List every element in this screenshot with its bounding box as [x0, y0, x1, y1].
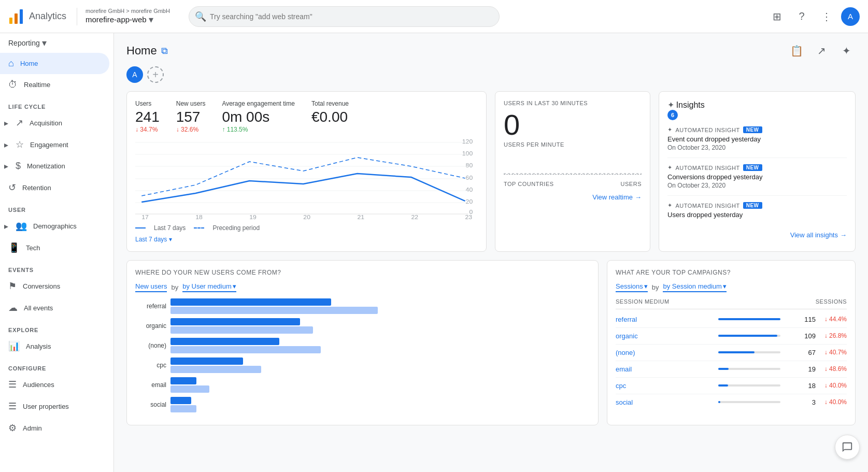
secondary-bar	[170, 326, 313, 334]
sidebar-item-retention[interactable]: ↺ Retention	[0, 177, 109, 198]
user-medium-selector[interactable]: by User medium ▾	[182, 282, 236, 292]
sessions-value: 115	[785, 316, 816, 323]
svg-text:22: 22	[411, 214, 418, 220]
table-header: SESSION MEDIUM SESSIONS	[616, 298, 847, 309]
line-chart: 120 100 80 60 40 20 0	[135, 137, 478, 220]
user-properties-icon: ☰	[8, 401, 17, 412]
users-change: ↓ 34.7%	[135, 126, 160, 133]
nav-right: ⊞ ? ⋮ A	[766, 6, 860, 27]
secondary-bar	[170, 346, 321, 353]
sidebar-item-user-properties[interactable]: ☰ User properties	[0, 395, 109, 417]
property-selector[interactable]: morefire GmbH > morefire GmbH morefire-a…	[77, 8, 170, 25]
bar-row: email	[135, 377, 590, 393]
search-input[interactable]	[189, 6, 500, 27]
sidebar-item-all-events[interactable]: ☁ All events	[0, 297, 109, 319]
arrow-right-icon: →	[635, 193, 642, 201]
realtime-header-label: USERS IN LAST 30 MINUTES	[504, 100, 642, 106]
expand-icon: ▸	[4, 140, 8, 150]
avatar-row: A +	[126, 66, 856, 83]
new-users-section-title: WHERE DO YOUR NEW USERS COME FROM?	[135, 269, 590, 276]
chevron-down-icon: ▾	[149, 14, 153, 25]
sidebar-item-audiences[interactable]: ☰ Audiences	[0, 374, 109, 395]
sidebar-item-acquisition[interactable]: ▸ ↗ Acquisition	[0, 112, 109, 134]
events-section-label: EVENTS	[0, 259, 113, 275]
share-button[interactable]: ↗	[812, 41, 831, 60]
sessions-arrow-icon: ▾	[644, 282, 648, 290]
new-badge-0: New	[743, 126, 762, 133]
user-avatar[interactable]: A	[841, 7, 860, 26]
selector-arrow-icon: ▾	[233, 282, 236, 290]
view-realtime-button[interactable]: View realtime →	[504, 193, 642, 201]
selector-sep: by	[171, 283, 178, 291]
session-medium-arrow-icon: ▾	[723, 282, 727, 290]
page-title: Home	[126, 44, 157, 58]
sidebar-item-engagement[interactable]: ▸ ☆ Engagement	[0, 134, 109, 155]
bar-tracks	[170, 397, 590, 412]
search-bar[interactable]: 🔍	[189, 6, 500, 27]
customize-report-button[interactable]: 📋	[787, 41, 806, 60]
date-filter-button[interactable]: Last 7 days ▾	[135, 236, 478, 243]
svg-text:20: 20	[303, 214, 310, 220]
property-name-dropdown[interactable]: morefire-app-web ▾	[86, 14, 170, 25]
realtime-value: 0	[504, 110, 642, 139]
help-icon-button[interactable]: ?	[791, 6, 812, 27]
svg-text:60: 60	[466, 175, 473, 181]
medium-label[interactable]: (none)	[616, 349, 714, 356]
date-filter-arrow-icon: ▾	[169, 236, 172, 243]
more-vert-icon-button[interactable]: ⋮	[816, 6, 837, 27]
realtime-icon: ⏱	[8, 79, 18, 90]
share-feedback-icon[interactable]: ⧉	[161, 46, 168, 56]
expand-icon: ▸	[4, 118, 8, 128]
medium-label[interactable]: cpc	[616, 382, 714, 390]
insights-count-badge: 6	[667, 110, 678, 120]
view-all-insights-button[interactable]: View all insights →	[667, 231, 847, 239]
bar-label: social	[135, 401, 166, 408]
bar-label: email	[135, 381, 166, 389]
insights-title: Insights	[676, 101, 705, 109]
bottom-row: WHERE DO YOUR NEW USERS COME FROM? New u…	[126, 260, 856, 425]
grid-icon-button[interactable]: ⊞	[766, 6, 787, 27]
insight-text-1: Conversions dropped yesterday	[667, 173, 847, 181]
sessions-value: 109	[785, 332, 816, 340]
users-metric: Users 241 ↓ 34.7%	[135, 100, 160, 133]
chat-fab-button[interactable]	[835, 435, 860, 460]
header-actions: 📋 ↗ ✦	[787, 41, 856, 60]
svg-rect-1	[15, 13, 18, 24]
insights-button[interactable]: ✦	[837, 41, 856, 60]
session-bar-wrap	[718, 368, 780, 370]
sidebar-item-conversions[interactable]: ⚑ Conversions	[0, 275, 109, 297]
session-medium-selector[interactable]: by Session medium ▾	[663, 282, 726, 292]
svg-text:21: 21	[357, 214, 364, 220]
primary-bar	[170, 357, 243, 365]
sidebar-item-monetization[interactable]: ▸ $ Monetization	[0, 155, 109, 177]
new-users-selector[interactable]: New users	[135, 282, 167, 292]
sessions-value: 67	[785, 349, 816, 356]
sidebar-item-admin[interactable]: ⚙ Admin	[0, 417, 109, 439]
insight-item-1: ✦ AUTOMATED INSIGHT New Conversions drop…	[667, 158, 847, 196]
sidebar-item-analysis[interactable]: 📊 Analysis	[0, 335, 109, 357]
reporting-button[interactable]: Reporting ▾	[0, 33, 113, 53]
medium-label[interactable]: referral	[616, 316, 714, 323]
sidebar-item-home[interactable]: ⌂ Home	[0, 53, 109, 74]
analysis-icon: 📊	[8, 340, 20, 352]
campaigns-card: WHAT ARE YOUR TOP CAMPAIGNS? Sessions ▾ …	[607, 260, 856, 425]
engagement-label: Average engagement time	[222, 100, 295, 107]
sidebar-item-tech[interactable]: 📱 Tech	[0, 237, 109, 259]
bar-tracks	[170, 357, 590, 373]
sidebar-item-demographics[interactable]: ▸ 👥 Demographics	[0, 215, 109, 237]
user-section-label: USER	[0, 198, 113, 215]
svg-text:17: 17	[141, 214, 149, 220]
campaigns-selector-row: Sessions ▾ by by Session medium ▾	[616, 282, 847, 292]
session-bar-wrap	[718, 335, 780, 337]
medium-label[interactable]: email	[616, 365, 714, 373]
ai-sparkle-icon-1: ✦	[667, 164, 673, 171]
sessions-selector[interactable]: Sessions ▾	[616, 282, 648, 292]
sessions-change: ↓ 44.4%	[816, 316, 847, 323]
current-period-label: Last 7 days	[154, 224, 186, 232]
add-comparison-button[interactable]: +	[147, 66, 164, 83]
sidebar-item-realtime[interactable]: ⏱ Realtime	[0, 74, 109, 95]
medium-label[interactable]: social	[616, 398, 714, 406]
medium-label[interactable]: organic	[616, 332, 714, 340]
bar-tracks	[170, 298, 590, 314]
main-content: Home ⧉ 📋 ↗ ✦ A + Users 241 ↓ 34.7%	[114, 33, 868, 472]
